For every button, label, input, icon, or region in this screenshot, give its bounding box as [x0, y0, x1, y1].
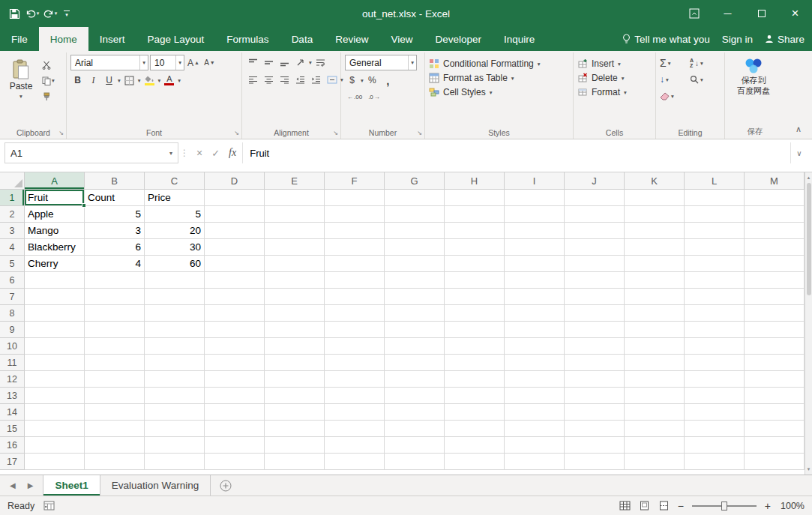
tab-developer[interactable]: Developer — [424, 27, 493, 51]
cell-E12[interactable] — [265, 371, 325, 388]
row-header-7[interactable]: 7 — [0, 289, 25, 305]
cell-I17[interactable] — [505, 454, 565, 470]
cell-B7[interactable] — [85, 289, 145, 305]
cell-B5[interactable]: 4 — [85, 256, 145, 272]
cell-M4[interactable] — [745, 239, 805, 256]
ribbon-display-options-button[interactable] — [677, 0, 711, 27]
format-cells-button[interactable]: Format ▾ — [577, 87, 652, 97]
copy-dropdown-icon[interactable]: ▾ — [52, 77, 55, 84]
borders-dropdown-icon[interactable]: ▾ — [138, 77, 141, 84]
top-align-button[interactable] — [246, 55, 260, 70]
font-name-select[interactable]: Arial ▾ — [70, 55, 148, 70]
row-header-1[interactable]: 1 — [0, 190, 25, 206]
zoom-slider[interactable] — [692, 505, 757, 507]
align-center-button[interactable] — [262, 72, 276, 87]
formula-bar-expand-icon[interactable]: ∨ — [791, 142, 808, 163]
cell-B11[interactable] — [85, 355, 145, 371]
autosum-button[interactable]: Σ ▾ — [660, 57, 690, 69]
cell-B12[interactable] — [85, 371, 145, 388]
cell-C12[interactable] — [145, 371, 205, 388]
number-format-select[interactable]: General ▾ — [345, 55, 417, 70]
cell-E6[interactable] — [265, 272, 325, 289]
row-header-16[interactable]: 16 — [0, 437, 25, 454]
cell-K14[interactable] — [625, 404, 685, 421]
select-all-corner[interactable] — [0, 172, 25, 190]
cell-A11[interactable] — [25, 355, 85, 371]
cell-B16[interactable] — [85, 437, 145, 454]
cell-I2[interactable] — [505, 206, 565, 223]
cell-D9[interactable] — [205, 322, 265, 338]
row-header-8[interactable]: 8 — [0, 305, 25, 322]
cell-J4[interactable] — [565, 239, 625, 256]
cell-I9[interactable] — [505, 322, 565, 338]
cell-B3[interactable]: 3 — [85, 223, 145, 239]
insert-dropdown-icon[interactable]: ▾ — [618, 61, 621, 67]
cell-G10[interactable] — [385, 338, 445, 355]
cell-A14[interactable] — [25, 404, 85, 421]
cell-J15[interactable] — [565, 421, 625, 437]
cell-K12[interactable] — [625, 371, 685, 388]
row-header-17[interactable]: 17 — [0, 454, 25, 470]
accounting-dropdown-icon[interactable]: ▾ — [361, 77, 364, 84]
cell-I12[interactable] — [505, 371, 565, 388]
accounting-format-button[interactable]: $ — [345, 73, 359, 88]
alignment-dialog-launcher[interactable]: ↘ — [333, 130, 338, 136]
cell-J5[interactable] — [565, 256, 625, 272]
cell-I15[interactable] — [505, 421, 565, 437]
wrap-text-button[interactable] — [313, 55, 328, 70]
cell-C5[interactable]: 60 — [145, 256, 205, 272]
sheet-nav-prev-icon[interactable]: ◀ — [10, 481, 16, 490]
cell-K8[interactable] — [625, 305, 685, 322]
cell-H9[interactable] — [445, 322, 505, 338]
cell-D3[interactable] — [205, 223, 265, 239]
find-select-button[interactable]: ▾ — [690, 75, 717, 84]
cell-L11[interactable] — [685, 355, 745, 371]
decrease-font-size-button[interactable]: A▼ — [202, 55, 217, 70]
row-header-3[interactable]: 3 — [0, 223, 25, 239]
cell-G17[interactable] — [385, 454, 445, 470]
cell-L16[interactable] — [685, 437, 745, 454]
cell-H14[interactable] — [445, 404, 505, 421]
cell-F13[interactable] — [325, 388, 385, 404]
cell-A6[interactable] — [25, 272, 85, 289]
cell-H10[interactable] — [445, 338, 505, 355]
italic-button[interactable]: I — [86, 73, 100, 88]
cell-I11[interactable] — [505, 355, 565, 371]
clipboard-dialog-launcher[interactable]: ↘ — [58, 130, 64, 136]
column-header-A[interactable]: A — [25, 172, 85, 190]
page-layout-view-button[interactable] — [639, 501, 650, 511]
copy-button[interactable]: ▾ — [40, 74, 56, 87]
cell-D11[interactable] — [205, 355, 265, 371]
fill-handle[interactable] — [82, 203, 86, 208]
share-button[interactable]: Share — [765, 34, 805, 45]
cell-L2[interactable] — [685, 206, 745, 223]
customize-quick-access-button[interactable]: ▾ — [60, 10, 73, 17]
cell-K2[interactable] — [625, 206, 685, 223]
cell-H5[interactable] — [445, 256, 505, 272]
cell-L5[interactable] — [685, 256, 745, 272]
baidu-save-button[interactable]: 保存到 百度网盘 — [729, 55, 778, 97]
tab-inquire[interactable]: Inquire — [493, 27, 546, 51]
cell-E10[interactable] — [265, 338, 325, 355]
sheet-tab-sheet1[interactable]: Sheet1 — [43, 475, 100, 496]
cell-M15[interactable] — [745, 421, 805, 437]
cell-D14[interactable] — [205, 404, 265, 421]
cell-H13[interactable] — [445, 388, 505, 404]
cell-E5[interactable] — [265, 256, 325, 272]
orientation-dropdown-icon[interactable]: ▾ — [309, 59, 312, 66]
cell-I6[interactable] — [505, 272, 565, 289]
cell-F15[interactable] — [325, 421, 385, 437]
cell-E13[interactable] — [265, 388, 325, 404]
name-box-dropdown-icon[interactable]: ▾ — [169, 150, 172, 157]
row-header-11[interactable]: 11 — [0, 355, 25, 371]
increase-font-size-button[interactable]: A▲ — [186, 55, 201, 70]
macro-record-icon[interactable] — [43, 501, 55, 511]
cell-D5[interactable] — [205, 256, 265, 272]
column-header-G[interactable]: G — [385, 172, 445, 190]
delete-cells-button[interactable]: Delete ▾ — [577, 73, 652, 83]
cell-H8[interactable] — [445, 305, 505, 322]
cell-G15[interactable] — [385, 421, 445, 437]
cell-L12[interactable] — [685, 371, 745, 388]
cell-F9[interactable] — [325, 322, 385, 338]
zoom-in-button[interactable]: + — [765, 500, 771, 512]
